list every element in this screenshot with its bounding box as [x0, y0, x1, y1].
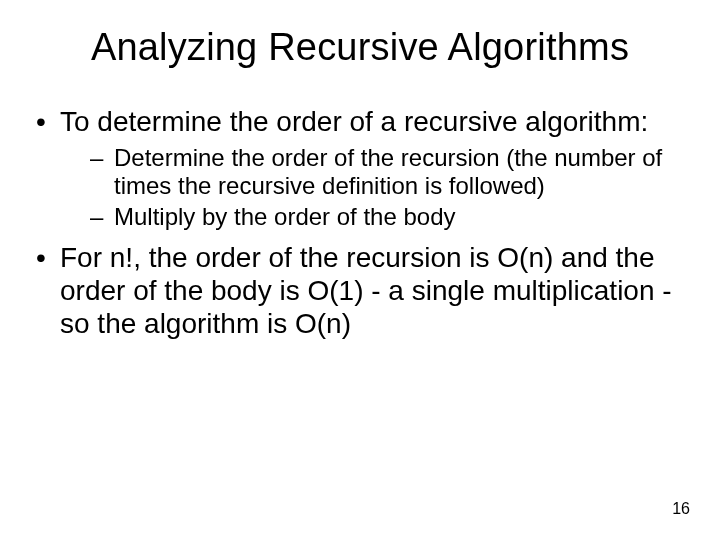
sub-bullet-text: Multiply by the order of the body — [114, 203, 456, 230]
sub-bullet-item: Determine the order of the recursion (th… — [60, 144, 690, 201]
bullet-item: To determine the order of a recursive al… — [30, 105, 690, 231]
bullet-text: To determine the order of a recursive al… — [60, 106, 648, 137]
bullet-list: To determine the order of a recursive al… — [30, 105, 690, 340]
bullet-item: For n!, the order of the recursion is O(… — [30, 241, 690, 340]
slide-body: To determine the order of a recursive al… — [0, 87, 720, 340]
bullet-text: For n!, the order of the recursion is O(… — [60, 242, 672, 339]
sub-bullet-item: Multiply by the order of the body — [60, 203, 690, 231]
slide: Analyzing Recursive Algorithms To determ… — [0, 0, 720, 540]
page-number: 16 — [672, 500, 690, 518]
sub-bullet-list: Determine the order of the recursion (th… — [60, 144, 690, 231]
sub-bullet-text: Determine the order of the recursion (th… — [114, 144, 662, 199]
slide-title: Analyzing Recursive Algorithms — [0, 0, 720, 87]
